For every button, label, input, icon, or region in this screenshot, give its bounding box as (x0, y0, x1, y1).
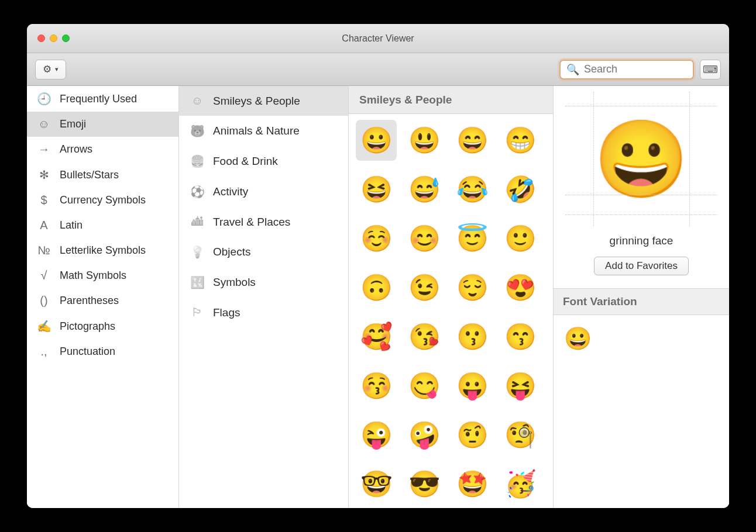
character-grid: 😀😃😄😁😆😅😂🤣☺️😊😇🙂🙃😉😌😍🥰😘😗😙😚😋😛😝😜🤪🤨🧐🤓😎🤩🥳😏😒😞😔 (349, 114, 553, 508)
character-cell[interactable]: 🤓 (356, 464, 397, 505)
detail-panel: 😀 grinning face Add to Favorites Font Va… (554, 86, 729, 508)
character-cell[interactable]: 😄 (452, 120, 493, 161)
category-icon: A (36, 219, 51, 232)
category-label: Bullets/Stars (60, 169, 119, 181)
character-cell[interactable]: 😌 (452, 267, 493, 308)
category-item-parentheses[interactable]: ()Parentheses (27, 288, 178, 313)
character-cell[interactable]: ☺️ (356, 218, 397, 259)
subcategory-label: Smileys & People (213, 95, 300, 108)
category-label: Arrows (60, 143, 92, 156)
character-cell[interactable]: 😝 (500, 365, 541, 406)
toggle-collapsed-view-button[interactable]: ⌨︎ (700, 60, 721, 80)
subcategory-label: Animals & Nature (213, 125, 300, 137)
add-to-favorites-button[interactable]: Add to Favorites (594, 257, 689, 275)
category-item-letterlike-symbols[interactable]: №Letterlike Symbols (27, 238, 178, 263)
category-icon: ., (36, 345, 51, 358)
character-cell[interactable]: 😊 (404, 218, 445, 259)
category-icon: ☺ (36, 118, 51, 131)
settings-menu-button[interactable]: ⚙︎ ▾ (35, 60, 66, 80)
character-cell[interactable]: 😉 (404, 267, 445, 308)
subcategory-item-activity[interactable]: ⚽Activity (179, 177, 348, 207)
subcategory-label: Travel & Places (213, 216, 290, 229)
category-icon: → (36, 143, 51, 156)
category-icon: ✻ (36, 168, 51, 182)
subcategory-item-flags[interactable]: 🏳Flags (179, 298, 348, 327)
character-cell[interactable]: 😙 (500, 316, 541, 357)
titlebar: Character Viewer (27, 24, 729, 53)
category-icon: () (36, 294, 51, 308)
character-cell[interactable]: 😎 (404, 464, 445, 505)
subcategory-item-objects[interactable]: 💡Objects (179, 237, 348, 267)
font-variation-glyph[interactable]: 😀 (554, 315, 729, 362)
character-cell[interactable]: 😚 (356, 365, 397, 406)
font-variation-header: Font Variation (554, 288, 729, 315)
character-cell[interactable]: 🤨 (452, 414, 493, 455)
search-field[interactable]: 🔍 (559, 60, 694, 80)
category-item-arrows[interactable]: →Arrows (27, 137, 178, 162)
subcategory-label: Food & Drink (213, 155, 278, 168)
character-cell[interactable]: 😇 (452, 218, 493, 259)
category-label: Letterlike Symbols (60, 244, 146, 257)
character-cell[interactable]: 😁 (500, 120, 541, 161)
subcategory-icon: ⚽ (190, 185, 205, 199)
character-cell[interactable]: 🤩 (452, 464, 493, 505)
grid-section-header: Smileys & People (349, 86, 553, 114)
character-cell[interactable]: 😗 (452, 316, 493, 357)
search-input[interactable] (584, 63, 687, 75)
glyph-metrics-box: 😀 (565, 92, 717, 226)
content-area: 🕘Frequently Used☺Emoji→Arrows✻Bullets/St… (27, 86, 729, 508)
subcategory-item-animals-nature[interactable]: 🐻Animals & Nature (179, 116, 348, 146)
subcategory-item-symbols[interactable]: 🔣Symbols (179, 267, 348, 298)
category-label: Currency Symbols (60, 194, 146, 206)
character-cell[interactable]: 🤪 (404, 414, 445, 455)
character-cell[interactable]: 🙃 (356, 267, 397, 308)
category-icon: 🕘 (36, 92, 51, 106)
window-title: Character Viewer (27, 33, 729, 44)
category-label: Punctuation (60, 346, 115, 358)
subcategory-icon: 🏳 (190, 306, 205, 319)
character-cell[interactable]: 😋 (404, 365, 445, 406)
subcategory-icon: 🏙 (190, 215, 205, 229)
character-preview-glyph: 😀 (594, 121, 689, 197)
character-cell[interactable]: 😆 (356, 169, 397, 210)
category-label: Parentheses (60, 295, 119, 307)
subcategory-icon: 🍔 (190, 154, 205, 168)
subcategory-item-travel-places[interactable]: 🏙Travel & Places (179, 207, 348, 237)
subcategory-item-food-drink[interactable]: 🍔Food & Drink (179, 146, 348, 177)
category-item-emoji[interactable]: ☺Emoji (27, 112, 178, 137)
category-item-pictographs[interactable]: ✍Pictographs (27, 313, 178, 339)
character-cell[interactable]: 🤣 (500, 169, 541, 210)
subcategory-sidebar: ☺Smileys & People🐻Animals & Nature🍔Food … (179, 86, 349, 508)
character-viewer-window: Character Viewer ⚙︎ ▾ 🔍 ⌨︎ 🕘Frequently U… (27, 24, 729, 508)
gear-icon: ⚙︎ (43, 63, 51, 75)
character-cell[interactable]: 😛 (452, 365, 493, 406)
character-cell[interactable]: 😀 (356, 120, 397, 161)
character-cell[interactable]: 🙂 (500, 218, 541, 259)
character-cell[interactable]: 😂 (452, 169, 493, 210)
character-cell[interactable]: 🧐 (500, 414, 541, 455)
character-cell[interactable]: 😅 (404, 169, 445, 210)
grid-icon: ⌨︎ (703, 63, 718, 76)
category-item-bullets-stars[interactable]: ✻Bullets/Stars (27, 162, 178, 188)
character-cell[interactable]: 🥳 (500, 464, 541, 505)
category-item-punctuation[interactable]: .,Punctuation (27, 339, 178, 364)
character-cell[interactable]: 🥰 (356, 316, 397, 357)
category-sidebar: 🕘Frequently Used☺Emoji→Arrows✻Bullets/St… (27, 86, 179, 508)
category-item-frequently-used[interactable]: 🕘Frequently Used (27, 86, 178, 112)
character-cell[interactable]: 😃 (404, 120, 445, 161)
category-icon: № (36, 244, 51, 257)
character-cell[interactable]: 😘 (404, 316, 445, 357)
subcategory-icon: 🔣 (190, 275, 205, 289)
category-icon: ✍ (36, 319, 51, 333)
subcategory-item-smileys-people[interactable]: ☺Smileys & People (179, 86, 348, 116)
subcategory-label: Symbols (213, 276, 256, 289)
subcategory-icon: 💡 (190, 245, 205, 259)
character-grid-panel: Smileys & People 😀😃😄😁😆😅😂🤣☺️😊😇🙂🙃😉😌😍🥰😘😗😙😚😋… (349, 86, 554, 508)
category-label: Emoji (60, 118, 86, 130)
category-item-latin[interactable]: ALatin (27, 213, 178, 238)
character-cell[interactable]: 😜 (356, 414, 397, 455)
character-cell[interactable]: 😍 (500, 267, 541, 308)
category-item-currency-symbols[interactable]: $Currency Symbols (27, 188, 178, 213)
category-item-math-symbols[interactable]: √Math Symbols (27, 263, 178, 288)
subcategory-icon: ☺ (190, 94, 205, 108)
